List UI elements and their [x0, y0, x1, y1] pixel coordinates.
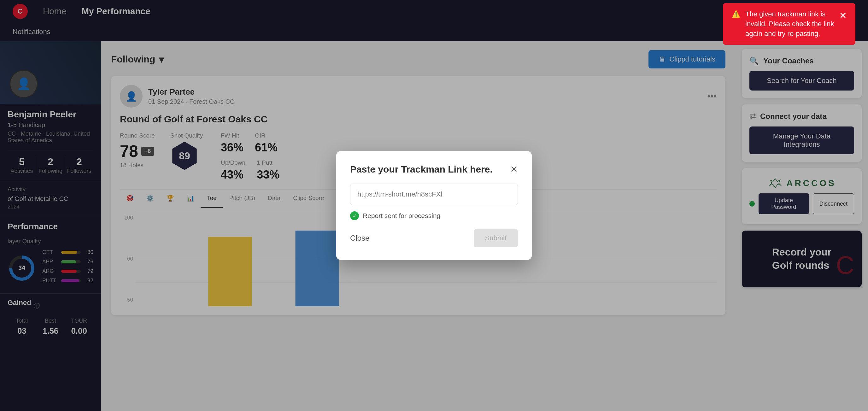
error-message: The given trackman link is invalid. Plea…	[745, 9, 834, 38]
modal-close-button[interactable]: Close	[350, 230, 369, 246]
modal-overlay[interactable]: Paste your Trackman Link here. ✕ ✓ Repor…	[0, 0, 868, 411]
warning-icon: ⚠️	[732, 9, 740, 19]
success-check-icon: ✓	[350, 211, 359, 220]
modal-close-icon[interactable]: ✕	[510, 164, 518, 175]
modal-submit-button[interactable]: Submit	[474, 229, 518, 247]
modal-header: Paste your Trackman Link here. ✕	[350, 164, 518, 175]
modal-footer: Close Submit	[350, 229, 518, 247]
modal-title: Paste your Trackman Link here.	[350, 164, 493, 175]
trackman-link-input[interactable]	[350, 184, 518, 205]
success-text: Report sent for processing	[363, 212, 440, 220]
error-toast: ⚠️ The given trackman link is invalid. P…	[723, 3, 856, 45]
modal-success-message: ✓ Report sent for processing	[350, 211, 518, 220]
trackman-modal: Paste your Trackman Link here. ✕ ✓ Repor…	[336, 151, 532, 260]
toast-close-button[interactable]: ✕	[839, 9, 846, 22]
